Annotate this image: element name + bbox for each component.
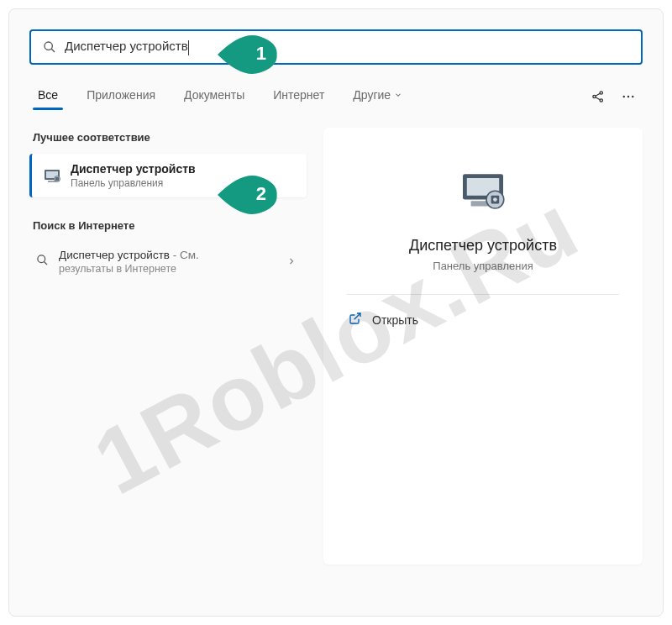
detail-icon — [347, 165, 619, 218]
best-match-result[interactable]: Диспетчер устройств Панель управления — [29, 154, 307, 197]
detail-subtitle: Панель управления — [347, 260, 619, 272]
filter-tabs: Все Приложения Документы Интернет Другие — [29, 83, 643, 111]
detail-title: Диспетчер устройств — [347, 237, 619, 255]
svg-line-23 — [354, 313, 360, 319]
tab-label: Другие — [353, 88, 391, 102]
search-input[interactable]: Диспетчер устройств — [65, 39, 629, 55]
tabs-actions — [591, 89, 639, 104]
chevron-down-icon — [394, 88, 402, 102]
best-match-heading: Лучшее соответствие — [33, 131, 307, 144]
svg-rect-14 — [55, 177, 59, 181]
detail-pane: Диспетчер устройств Панель управления От… — [323, 128, 643, 565]
web-search-section: Поиск в Интернете Диспетчер устройств - … — [29, 219, 307, 281]
tab-label: Все — [38, 88, 58, 102]
svg-line-6 — [596, 97, 600, 100]
svg-line-5 — [596, 93, 600, 96]
svg-point-22 — [493, 197, 497, 202]
device-manager-icon — [42, 165, 62, 186]
result-title: Диспетчер устройств — [71, 162, 297, 176]
search-icon — [36, 254, 49, 270]
tab-more[interactable]: Другие — [348, 83, 407, 110]
chevron-right-icon — [286, 255, 297, 270]
results-column: Лучшее соответствие Диспетчер устройств … — [29, 128, 307, 565]
share-icon[interactable] — [591, 89, 606, 104]
open-label: Открыть — [372, 313, 418, 327]
result-subtitle: Панель управления — [71, 177, 297, 189]
content-area: Лучшее соответствие Диспетчер устройств … — [29, 128, 643, 565]
svg-point-4 — [600, 99, 602, 102]
search-bar[interactable]: Диспетчер устройств — [29, 29, 643, 65]
svg-point-0 — [45, 42, 52, 50]
svg-point-15 — [38, 255, 45, 263]
web-result-suffix: - См. — [170, 249, 199, 261]
svg-line-16 — [45, 262, 47, 265]
text-cursor — [188, 40, 189, 55]
web-result-title-line: Диспетчер устройств - См. — [59, 249, 276, 261]
open-external-icon — [349, 312, 362, 328]
web-result-subline: результаты в Интернете — [59, 263, 276, 275]
web-result-title: Диспетчер устройств — [59, 249, 170, 261]
tab-label: Приложения — [87, 88, 155, 102]
search-icon — [43, 40, 56, 54]
web-search-heading: Поиск в Интернете — [33, 219, 307, 232]
search-input-text: Диспетчер устройств — [65, 39, 188, 53]
svg-point-3 — [600, 92, 602, 94]
result-text: Диспетчер устройств Панель управления — [71, 162, 297, 189]
svg-point-7 — [623, 96, 625, 97]
tab-all[interactable]: Все — [33, 83, 63, 110]
tab-documents[interactable]: Документы — [179, 83, 249, 110]
web-search-result[interactable]: Диспетчер устройств - См. результаты в И… — [29, 242, 307, 281]
tab-label: Интернет — [273, 88, 324, 102]
tab-apps[interactable]: Приложения — [81, 83, 160, 110]
divider — [347, 294, 619, 295]
svg-line-1 — [51, 49, 55, 52]
tab-label: Документы — [184, 88, 244, 102]
open-action[interactable]: Открыть — [347, 307, 619, 333]
svg-point-8 — [627, 96, 629, 97]
search-window: Диспетчер устройств Все Приложения Докум… — [8, 8, 664, 617]
web-result-text: Диспетчер устройств - См. результаты в И… — [59, 249, 276, 275]
svg-point-9 — [632, 96, 633, 97]
more-icon[interactable] — [621, 89, 636, 104]
tab-internet[interactable]: Интернет — [268, 83, 329, 110]
svg-point-2 — [593, 95, 596, 97]
